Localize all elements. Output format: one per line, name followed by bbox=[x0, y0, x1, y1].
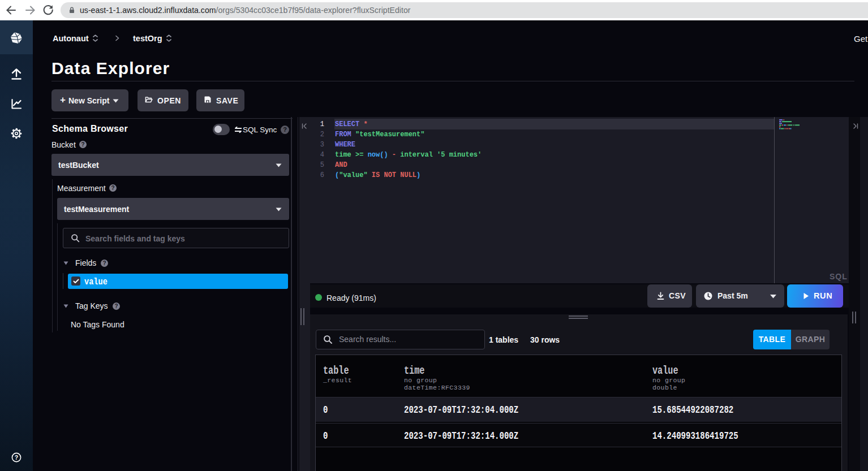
svg-text:?: ? bbox=[15, 454, 18, 461]
